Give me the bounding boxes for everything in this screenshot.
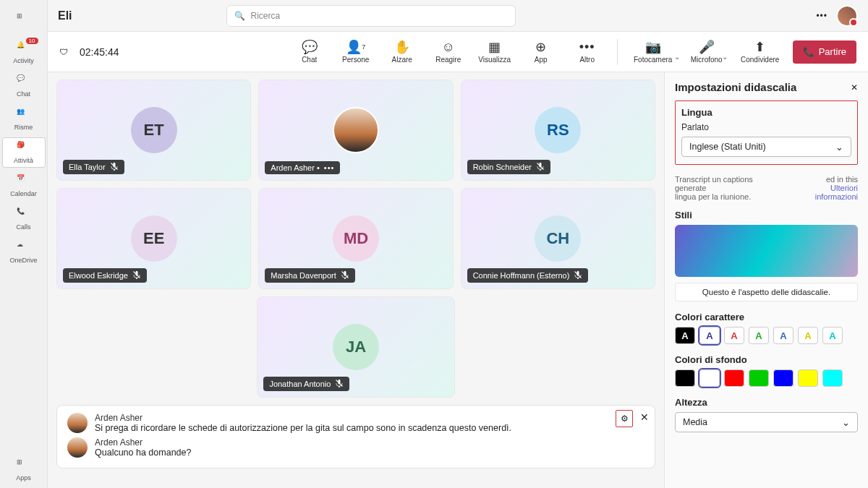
captions-box: ⚙ ✕ Arden AsherSi prega di ricordare le … xyxy=(56,405,655,468)
chevron-down-icon[interactable]: ⌄ xyxy=(722,53,728,61)
bg-color-swatch[interactable] xyxy=(724,369,744,387)
bg-color-swatch[interactable] xyxy=(798,369,818,387)
caption-line: Arden AsherQualcuno ha domande? xyxy=(67,437,644,458)
participant-name: Elwood Eskridge xyxy=(63,268,147,283)
captions-settings-button[interactable]: ⚙ xyxy=(616,410,633,427)
caption-settings-panel: Impostazioni didascalia ✕ Lingua Parlato… xyxy=(664,72,868,488)
close-captions-button[interactable]: ✕ xyxy=(640,411,649,423)
mic-muted-icon xyxy=(574,270,582,281)
bg-color-swatch[interactable] xyxy=(749,369,769,387)
chat-button[interactable]: 💬Chat xyxy=(290,35,329,69)
rail-assignments[interactable]: 🎒 Attività xyxy=(2,137,46,168)
font-color-swatch[interactable]: A xyxy=(749,327,769,344)
search-input[interactable]: 🔍 Ricerca xyxy=(226,5,516,27)
font-color-swatch[interactable]: A xyxy=(773,327,793,344)
bg-color-swatch[interactable] xyxy=(822,369,843,387)
mic-muted-icon xyxy=(536,162,545,172)
rail-teams[interactable]: 👥 Risme xyxy=(2,104,46,134)
people-button[interactable]: 👤7Persone xyxy=(336,35,375,69)
topbar: Eli 🔍 Ricerca ••• xyxy=(48,0,868,32)
share-up-icon: ⬆ xyxy=(754,40,765,54)
video-tile[interactable]: MDMarsha Davenport xyxy=(258,188,453,289)
caption-text: Si prega di ricordare le schede di autor… xyxy=(95,423,511,433)
mic-muted-icon xyxy=(341,270,349,281)
video-tile[interactable]: Arden Asher •••• xyxy=(258,80,453,181)
mic-icon: 🎤 xyxy=(699,40,715,54)
rail-apps[interactable]: ⊞ Apps xyxy=(2,455,46,485)
avatar-initials: CH xyxy=(535,215,581,262)
chevron-down-icon[interactable]: ⌄ xyxy=(674,53,680,61)
avatar-photo xyxy=(333,107,379,153)
calendar-icon: 📅 xyxy=(17,174,31,189)
smile-icon: ☺ xyxy=(442,40,455,54)
people-icon: 👥 xyxy=(17,108,31,122)
font-color-swatch[interactable]: A xyxy=(822,327,843,344)
caption-text: Qualcuno ha domande? xyxy=(95,448,191,458)
gear-icon: ⚙ xyxy=(621,414,629,424)
leave-button[interactable]: 📞Partire xyxy=(793,40,856,64)
apps-grid-icon[interactable]: ⊞ xyxy=(2,4,46,35)
grid-icon: ▦ xyxy=(488,40,501,54)
font-color-swatch[interactable]: A xyxy=(675,327,695,344)
camera-off-icon: 📷 xyxy=(645,40,661,54)
phone-icon: 📞 xyxy=(17,207,31,222)
ellipsis-icon: ••• xyxy=(579,40,595,54)
bg-color-swatch[interactable] xyxy=(675,369,695,387)
font-color-swatch[interactable]: A xyxy=(724,327,744,344)
left-rail: ⊞ 🔔 10 Activity 💬 Chat 👥 Risme 🎒 Attivit… xyxy=(0,0,48,488)
caption-height-select[interactable]: Media ⌄ xyxy=(675,412,858,432)
bg-color-swatch[interactable] xyxy=(773,369,793,387)
spoken-language-select[interactable]: Inglese (Stati Uniti) ⌄ xyxy=(681,137,851,157)
mic-button[interactable]: 🎤Microfono xyxy=(687,35,726,69)
style-preview xyxy=(675,225,858,277)
share-button[interactable]: ⬆Condividere xyxy=(735,35,786,69)
raise-hand-button[interactable]: ✋Alzare xyxy=(383,35,422,69)
language-section: Lingua Parlato Inglese (Stati Uniti) ⌄ xyxy=(675,100,858,165)
video-tile[interactable]: CHConnie Hoffmann (Esterno) xyxy=(461,188,655,289)
user-avatar[interactable] xyxy=(838,7,856,25)
mic-muted-icon xyxy=(335,379,344,389)
plus-square-icon: ⊞ xyxy=(17,458,31,473)
video-tile[interactable]: JAJonathan Antonio xyxy=(257,296,454,398)
more-icon[interactable]: ••• xyxy=(816,11,827,21)
bg-color-swatch[interactable] xyxy=(699,369,720,387)
camera-button[interactable]: 📷Fotocamera xyxy=(628,35,678,69)
video-tile[interactable]: RSRobin Schneider xyxy=(461,80,655,181)
rail-calls[interactable]: 📞 Calls xyxy=(2,204,46,234)
more-icon[interactable]: ••• xyxy=(324,163,335,172)
video-tile[interactable]: EEElwood Eskridge xyxy=(56,188,251,289)
rail-calendar[interactable]: 📅 Calendar xyxy=(2,171,46,201)
close-panel-icon[interactable]: ✕ xyxy=(851,82,858,93)
panel-title: Impostazioni didascalia xyxy=(675,81,796,93)
learn-more-link[interactable]: Ulteriori informazioni xyxy=(815,184,858,201)
react-button[interactable]: ☺Reagire xyxy=(429,35,468,69)
video-tile[interactable]: ETElla Taylor xyxy=(56,80,251,181)
rail-onedrive[interactable]: ☁ OneDrive xyxy=(2,237,46,267)
rail-chat[interactable]: 💬 Chat xyxy=(2,71,46,101)
page-title: Eli xyxy=(58,9,72,22)
meeting-timer: 02:45:44 xyxy=(80,46,119,58)
participant-name: Marsha Davenport xyxy=(265,268,355,283)
font-color-swatch[interactable]: A xyxy=(798,327,818,344)
rail-activity[interactable]: 🔔 10 Activity xyxy=(2,38,46,68)
more-button[interactable]: •••Altro xyxy=(568,35,607,69)
avatar-initials: MD xyxy=(333,215,379,262)
caption-speaker: Arden Asher xyxy=(95,437,191,448)
app-button[interactable]: ⊕App xyxy=(522,35,561,69)
phone-down-icon: 📞 xyxy=(803,46,814,57)
avatar-initials: EE xyxy=(131,215,177,262)
font-color-swatch[interactable]: A xyxy=(699,327,720,344)
chat-bubble-icon: 💬 xyxy=(302,40,318,54)
spoken-language-label: Parlato xyxy=(681,122,709,132)
search-icon: 🔍 xyxy=(234,11,245,21)
mic-muted-icon xyxy=(110,162,119,172)
shield-icon[interactable]: 🛡 xyxy=(59,47,68,57)
video-grid: ETElla TaylorArden Asher ••••RSRobin Sch… xyxy=(56,80,655,398)
chat-icon: 💬 xyxy=(17,74,31,89)
view-button[interactable]: ▦Visualizza xyxy=(475,35,514,69)
caption-speaker: Arden Asher xyxy=(95,413,511,423)
participant-name: Ella Taylor xyxy=(63,160,124,174)
participant-name: Robin Schneider xyxy=(467,160,550,174)
activity-badge: 10 xyxy=(26,38,38,44)
preview-caption-text: Questo è l'aspetto delle didascalie. xyxy=(675,283,858,301)
